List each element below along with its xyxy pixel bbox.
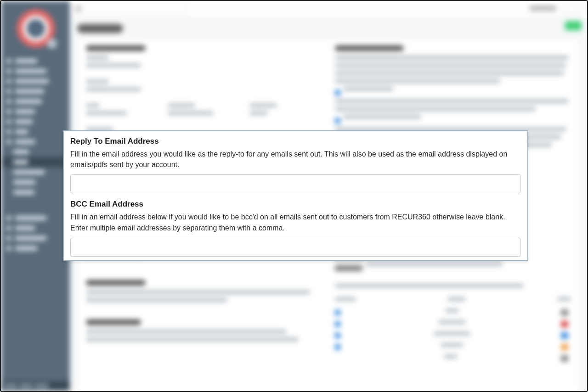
top-bar <box>70 1 587 17</box>
save-button <box>565 21 582 30</box>
app-frame: Reply To Email Address Fill in the email… <box>0 0 588 392</box>
app-logo <box>17 9 55 48</box>
email-settings-panel: Reply To Email Address Fill in the email… <box>63 130 528 261</box>
reply-to-heading: Reply To Email Address <box>70 137 521 146</box>
search-input-placeholder <box>85 4 187 14</box>
page-title <box>77 24 123 33</box>
sidebar <box>1 1 70 391</box>
menu-icon <box>74 6 82 12</box>
reply-to-input[interactable] <box>70 174 521 193</box>
bcc-heading: BCC Email Address <box>70 200 521 209</box>
sidebar-nav <box>1 56 70 253</box>
reply-to-description: Fill in the email address you would like… <box>70 149 521 170</box>
sidebar-footer <box>1 381 70 391</box>
bcc-description: Fill in an email address below if you wo… <box>70 212 521 233</box>
bcc-input[interactable] <box>70 238 521 257</box>
